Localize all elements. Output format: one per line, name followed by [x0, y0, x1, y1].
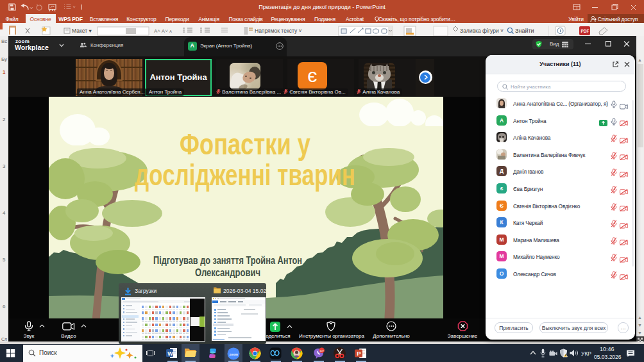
svg-text:Макет ▾: Макет ▾ — [72, 28, 92, 34]
svg-text:zoom: zoom — [229, 352, 238, 356]
svg-text:дослідженні тварин: дослідженні тварин — [135, 158, 355, 192]
svg-text:Заливка фігури ˅: Заливка фігури ˅ — [460, 28, 504, 34]
svg-text:Фопастки у: Фопастки у — [180, 127, 310, 161]
svg-text:Напрямок тексту ˅: Напрямок тексту ˅ — [255, 28, 302, 34]
svg-text:Знайти: Знайти — [515, 28, 534, 34]
svg-text:W: W — [167, 350, 173, 356]
svg-text:107: 107 — [319, 349, 325, 352]
svg-text:Підготував до заняття Тройна А: Підготував до заняття Тройна Антон — [153, 254, 302, 266]
svg-text:A˄ A˅ ᴀ: A˄ A˅ ᴀ — [154, 28, 172, 34]
svg-text:P: P — [357, 350, 361, 357]
svg-text:Олександрович: Олександрович — [195, 267, 260, 278]
svg-text:PDF: PDF — [581, 29, 589, 33]
